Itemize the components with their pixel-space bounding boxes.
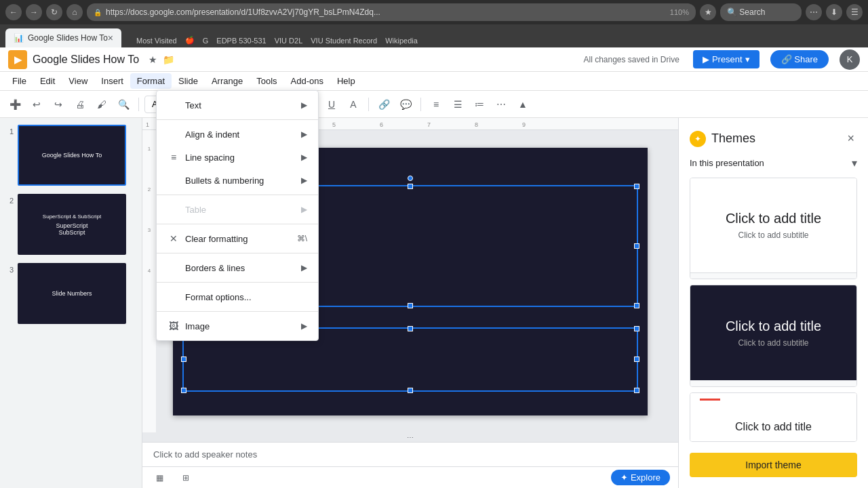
menu-item-clear-formatting[interactable]: ✕ Clear formatting ⌘\ [157,227,318,250]
reload-button[interactable]: ↻ [46,4,62,20]
menu-insert[interactable]: Insert [94,73,130,89]
toolbar-undo[interactable]: ↩ [27,95,46,114]
menu-button[interactable]: ☰ [846,4,863,20]
handle2-top-right[interactable] [634,326,639,331]
menu-edit[interactable]: Edit [33,73,62,89]
handle2-right-mid[interactable] [634,357,639,362]
toolbar-collapse[interactable]: ▲ [513,95,532,114]
toolbar-underline[interactable]: U [322,95,341,114]
address-bar[interactable]: 🔒 https://docs.google.com/presentation/d… [87,3,696,21]
table-arrow-icon: ▶ [301,205,307,214]
slide-thumb-3[interactable]: 3 Slide Numbers [3,262,132,325]
theme-card-streamline[interactable]: Click to add title [690,392,857,442]
grid-view-btn[interactable]: ▦ [151,470,169,485]
menu-arrange[interactable]: Arrange [205,73,250,89]
folder-icon[interactable]: 📁 [163,54,174,65]
menu-addons[interactable]: Add-ons [284,73,330,89]
menu-item-format-options[interactable]: Format options... [157,285,318,308]
extensions-button[interactable]: ⋯ [806,4,822,20]
menu-slide[interactable]: Slide [172,73,205,89]
menu-item-table-label: Table [185,205,296,215]
explore-star-icon: ✦ [620,472,628,483]
menu-item-text[interactable]: Text ▶ [157,94,318,117]
bookmark-button[interactable]: ★ [700,4,716,20]
theme-subtitle-simple-dark: Click to add subtitle [738,338,808,348]
download-button[interactable]: ⬇ [826,4,842,20]
handle-bottom-right[interactable] [634,303,639,308]
slide-thumb-1[interactable]: 1 Google Slides How To [3,123,132,187]
import-theme-button[interactable]: Import theme [690,453,857,477]
resize-handle[interactable]: ⋯ [142,432,678,442]
toolbar-paint-format[interactable]: 🖌 [92,95,111,114]
present-dropdown-icon: ▾ [745,54,750,64]
toolbar-align-left[interactable]: ≡ [427,95,446,114]
share-button[interactable]: 🔗 Share [770,50,829,68]
present-button[interactable]: ▶ Present ▾ [693,50,760,68]
handle-bottom-mid[interactable] [408,303,413,308]
toolbar-redo[interactable]: ↪ [49,95,68,114]
menu-item-line-spacing[interactable]: ≡ Line spacing ▶ [157,146,318,169]
vertical-ruler: 1 2 3 4 [142,130,156,432]
menu-item-bullets[interactable]: Bullets & numbering ▶ [157,169,318,192]
handle-top-right[interactable] [634,184,639,189]
filmstrip-view-btn[interactable]: ⊞ [177,470,195,485]
slide-thumb-2[interactable]: 2 SuperScript & SubScript SuperScript Su… [3,192,132,256]
toolbar-print[interactable]: 🖨 [71,95,90,114]
toolbar-align-center[interactable]: ☰ [448,95,467,114]
bookmark-apple[interactable]: 🍎 [185,36,195,45]
menu-file[interactable]: File [5,73,33,89]
menu-format[interactable]: Format [130,73,172,89]
theme-title-simple-dark: Click to add title [726,319,821,334]
toolbar-zoom[interactable]: 🔍 [114,95,133,114]
active-tab[interactable]: 📊 Google Slides How To × [5,28,121,47]
star-icon[interactable]: ★ [149,54,157,65]
toolbar-more[interactable]: ⋯ [492,95,511,114]
theme-card-simple-light[interactable]: Click to add title Click to add subtitle… [690,178,857,279]
rotate-handle[interactable] [408,176,413,181]
notes-bar[interactable]: Click to add speaker notes [142,442,678,466]
slides-icon: ▶ [14,54,22,65]
search-bar[interactable]: 🔍 Search [720,3,802,21]
menu-item-table[interactable]: Table ▶ [157,198,318,221]
user-avatar[interactable]: K [840,49,860,70]
app-icon: ▶ [8,50,27,69]
toolbar-list[interactable]: ≔ [470,95,489,114]
theme-card-simple-dark[interactable]: Click to add title Click to add subtitle… [690,285,857,386]
menu-tools[interactable]: Tools [250,73,283,89]
bookmark-google[interactable]: G [203,37,209,45]
bookmark-edpb[interactable]: EDPB 530-531 [216,37,266,45]
menu-help[interactable]: Help [330,73,362,89]
toolbar-comment[interactable]: 💬 [396,95,415,114]
back-button[interactable]: ← [5,4,22,20]
menu-item-align-indent[interactable]: Align & indent ▶ [157,123,318,146]
bookmark-most-visited[interactable]: Most Visited [136,37,177,45]
home-button[interactable]: ⌂ [66,4,83,20]
toolbar-add[interactable]: ➕ [5,95,24,114]
toolbar-color[interactable]: A [344,95,363,114]
bookmark-viu-student[interactable]: VIU Student Record [311,37,377,45]
close-tab-icon[interactable]: × [108,33,113,43]
handle-top-mid[interactable] [408,184,413,189]
handle2-top-mid[interactable] [408,326,413,331]
menu-section-table: Table ▶ [157,195,318,224]
explore-button[interactable]: ✦ Explore [611,470,670,485]
menu-item-image[interactable]: 🖼 Image ▶ [157,314,318,338]
handle2-bottom-right[interactable] [634,388,639,393]
forward-button[interactable]: → [26,4,42,20]
svg-rect-10 [142,130,156,432]
menu-item-borders[interactable]: Borders & lines ▶ [157,256,318,279]
themes-close-button[interactable]: × [844,129,857,148]
handle2-left-mid[interactable] [181,357,186,362]
present-icon: ▶ [703,54,709,64]
toolbar-link[interactable]: 🔗 [374,95,393,114]
menu-view[interactable]: View [62,73,94,89]
bookmark-wikipedia[interactable]: Wikipedia [385,37,418,45]
svg-text:1: 1 [147,146,151,152]
handle2-bottom-left[interactable] [181,388,186,393]
browser-chrome: ← → ↻ ⌂ 🔒 https://docs.google.com/presen… [0,0,868,24]
menu-item-bullets-label: Bullets & numbering [185,176,296,186]
handle-right-mid[interactable] [634,243,639,249]
bookmark-viu-d2l[interactable]: VIU D2L [275,37,303,45]
handle2-bottom-mid[interactable] [408,388,413,393]
chevron-down-icon[interactable]: ▾ [852,157,857,169]
